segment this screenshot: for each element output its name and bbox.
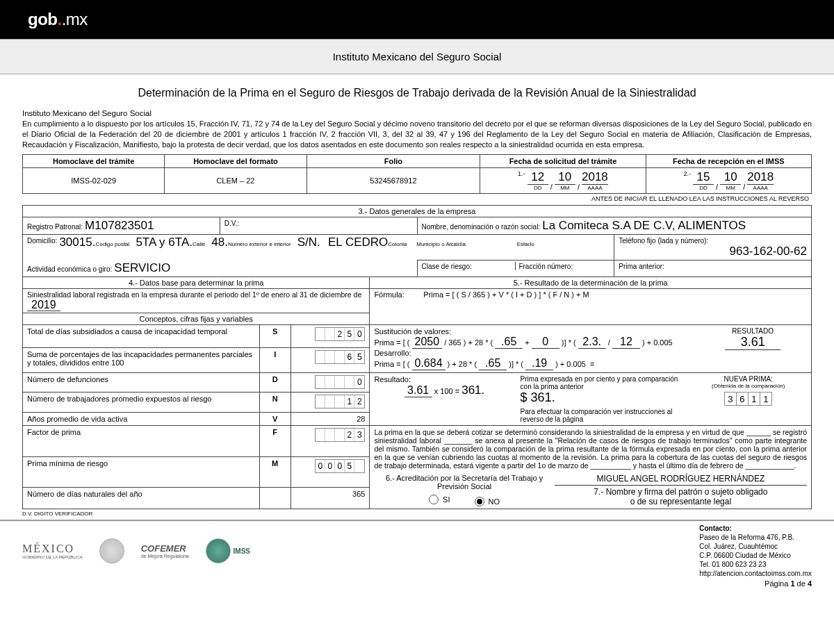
- razon-social: La Comiteca S.A DE C.V, ALIMENTOS: [542, 219, 746, 232]
- seal-icon: [99, 538, 124, 563]
- section3: 3.- Datos generales de la empresa Regist…: [22, 205, 812, 278]
- dv-note: D.V. DIGITO VERIFICADOR: [22, 509, 812, 517]
- sections-4-5: 4.- Datos base para determinar la prima …: [22, 276, 812, 509]
- meta-table: Homoclave del trámiteHomoclave del forma…: [22, 154, 812, 194]
- nueva-prima: 3611: [725, 392, 772, 406]
- legal-heading: Instituto Mexicano del Seguro Social: [22, 109, 812, 117]
- registro-patronal: M107823501: [85, 219, 154, 232]
- legal-text: En cumplimiento a lo dispuesto por los a…: [22, 119, 812, 150]
- homoclave-formato: CLEM – 22: [165, 167, 306, 193]
- telefono: 963-162-00-62: [729, 245, 807, 258]
- page-number: Página 1 de 4: [0, 578, 834, 593]
- cofemer-logo: COFEMERde Mejora Regulatoria: [141, 537, 189, 565]
- actividad-economica: SERVICIO: [114, 261, 170, 274]
- gov-header: gob..mx: [0, 0, 834, 39]
- contact-info: Contacto: Paseo de la Reforma 476, P.B. …: [699, 524, 812, 578]
- prima-paragraph: La prima en la que se deberá cotizar se …: [374, 428, 807, 470]
- resultado-value: 3.61: [725, 335, 780, 350]
- folio-value: 53245678912: [306, 167, 480, 193]
- mexico-logo: MÉXICOGOBIERNO DE LA REPÚBLICA: [22, 537, 83, 565]
- S-value: 250: [315, 327, 365, 341]
- acreditacion-si[interactable]: SI: [429, 495, 450, 504]
- acreditacion-no[interactable]: NO: [475, 497, 500, 506]
- reverse-note: ANTES DE INICIAR EL LLENADO LEA LAS INST…: [22, 194, 812, 204]
- institute-band: Instituto Mexicano del Seguro Social: [0, 39, 834, 74]
- gobmx-logo: gob..mx: [28, 10, 88, 29]
- I-value: 65: [315, 350, 365, 364]
- homoclave-tramite: IMSS-02-029: [23, 167, 165, 193]
- fecha-recepcion: 2.- 15DD / 10MM / 2018AAAA: [646, 167, 811, 193]
- period-year: 2019: [27, 299, 60, 311]
- imss-logo: IMSS: [206, 537, 250, 565]
- patron-nombre: MIGUEL ANGEL RODRÍGUEZ HERNÁNDEZ: [555, 474, 807, 484]
- document-title: Determinación de la Prima en el Seguro d…: [22, 87, 812, 99]
- fecha-solicitud: 1.- 12DD / 10MM / 2018AAAA: [480, 167, 646, 193]
- page-footer: MÉXICOGOBIERNO DE LA REPÚBLICA COFEMERde…: [0, 520, 834, 578]
- prima-comparacion: $ 361.: [521, 390, 685, 405]
